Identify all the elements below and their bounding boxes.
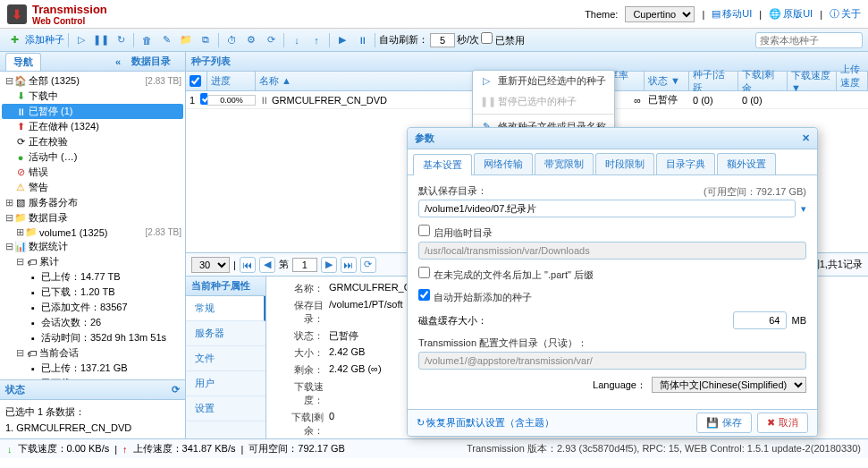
node-session[interactable]: ⊟🏷当前会话 xyxy=(2,345,183,361)
info-icon: ⓘ xyxy=(830,7,839,21)
rename-icon[interactable]: ✎ xyxy=(157,31,175,49)
cfg-dir-input xyxy=(418,352,806,370)
node-all[interactable]: ⊟🏠全部 (1325)[2.83 TB] xyxy=(2,73,183,89)
reload-icon[interactable]: ⟳ xyxy=(262,31,280,49)
theme-select[interactable]: Cupertino xyxy=(625,6,695,22)
lang-select[interactable]: 简体中文|Chinese(Simplified) xyxy=(652,377,806,393)
stat-dn-total: ▪已下载：1.20 TB xyxy=(2,285,183,300)
node-folders[interactable]: ⊟📁数据目录 xyxy=(2,210,183,225)
dtab-basic[interactable]: 基本设置 xyxy=(413,154,472,175)
detail-title: 当前种子属性 xyxy=(186,277,265,296)
det-state: 已暂停 xyxy=(329,329,358,343)
mobile-icon: ▤ xyxy=(712,8,721,20)
add-torrent-button[interactable]: ✚ xyxy=(5,31,23,49)
dtab-dict[interactable]: 目录字典 xyxy=(656,153,715,174)
node-paused[interactable]: ⏸已暂停 (1) xyxy=(2,104,183,119)
default-dir-input[interactable] xyxy=(418,200,796,217)
statusbar: ↓下载速度：0.00 KB/s | ↑上传速度：341.87 KB/s | 可用… xyxy=(0,438,868,458)
mobile-ui-link[interactable]: ▤移动UI xyxy=(712,7,752,21)
remove-icon[interactable]: 🗑 xyxy=(138,31,156,49)
speed-icon[interactable]: ⏱ xyxy=(223,31,240,49)
sb-free: 可用空间：792.17 GB xyxy=(249,442,345,455)
tab-general[interactable]: 常规 xyxy=(186,296,265,321)
page-reload[interactable]: ⟳ xyxy=(360,257,376,273)
recheck-icon[interactable]: ↻ xyxy=(112,31,130,49)
select-all-checkbox[interactable] xyxy=(190,75,201,87)
node-warning[interactable]: ⚠警告 xyxy=(2,180,183,195)
page-size-select[interactable]: 30 xyxy=(191,257,230,273)
node-checking[interactable]: ⟳正在校验 xyxy=(2,134,183,149)
dialog-close[interactable]: ✕ xyxy=(802,132,810,144)
save-button[interactable]: 💾 保存 xyxy=(696,413,752,433)
data-dir-tab[interactable]: 数据目录 xyxy=(124,53,178,70)
dtab-net[interactable]: 网络传输 xyxy=(474,153,533,174)
col-name[interactable]: 名称 ▲ xyxy=(256,72,479,90)
col-progress[interactable]: 进度 xyxy=(207,72,256,90)
auto-start-checkbox[interactable]: 自动开始新添加的种子 xyxy=(418,289,806,304)
node-stats[interactable]: ⊟📊数据统计 xyxy=(2,239,183,254)
page-input[interactable] xyxy=(292,258,317,272)
stat-files-total: ▪已添加文件：83567 xyxy=(2,300,183,315)
tab-files[interactable]: 文件 xyxy=(186,346,265,371)
row-checkbox[interactable] xyxy=(200,93,207,105)
cache-input[interactable] xyxy=(733,311,787,329)
sb-ul: 上传速度：341.87 KB/s xyxy=(133,442,236,455)
node-active[interactable]: ●活动中 (…) xyxy=(2,149,183,165)
add-torrent-label[interactable]: 添加种子 xyxy=(25,33,64,47)
app-subtitle: Web Control xyxy=(32,16,107,26)
node-seeding[interactable]: ⬆正在做种 (1324) xyxy=(2,119,183,134)
play-icon[interactable]: ▷ xyxy=(72,31,90,49)
ul-limit-icon[interactable]: ↑ xyxy=(308,31,325,49)
tab-users[interactable]: 用户 xyxy=(186,371,265,396)
stat-sessions: ▪会话次数：26 xyxy=(2,315,183,330)
orig-ui-link[interactable]: 🌐原版UI xyxy=(769,7,813,21)
dtab-extra[interactable]: 额外设置 xyxy=(717,153,776,174)
det-remain: 2.42 GB (∞) xyxy=(329,363,382,377)
col-dlrem[interactable]: 下载|剩余 xyxy=(738,72,788,90)
selection-count: 已选中 1 条数据： xyxy=(5,405,180,419)
pause-icon[interactable]: ❚❚ xyxy=(92,31,110,49)
search-input[interactable] xyxy=(755,32,863,48)
tab-server[interactable]: 服务器 xyxy=(186,321,265,346)
about-link[interactable]: ⓘ关于 xyxy=(830,7,861,21)
col-ulspeed[interactable]: 上传速度 ▼ xyxy=(837,72,868,90)
tab-settings-d[interactable]: 设置 xyxy=(186,396,265,421)
refresh-enabled[interactable]: 已禁用 xyxy=(481,32,525,47)
page-first[interactable]: ⏮ xyxy=(240,257,256,273)
settings-icon[interactable]: ⚙ xyxy=(242,31,260,49)
status-title: 状态 xyxy=(5,383,25,396)
use-temp-checkbox[interactable]: 启用临时目录 xyxy=(418,225,806,240)
theme-label: Theme: xyxy=(585,9,618,20)
pause-all-icon[interactable]: ⏸ xyxy=(353,31,371,49)
node-error[interactable]: ⊘错误 xyxy=(2,165,183,180)
refresh-interval-input[interactable] xyxy=(430,33,455,47)
node-volume1[interactable]: ⊞📁volume1 (1325)[2.83 TB] xyxy=(2,225,183,239)
node-total[interactable]: ⊟🏷累计 xyxy=(2,254,183,269)
dtab-time[interactable]: 时段限制 xyxy=(595,153,654,174)
download-speed-icon: ↓ xyxy=(7,444,13,455)
page-next[interactable]: ▶ xyxy=(321,257,337,273)
restore-defaults-link[interactable]: ↻ 恢复界面默认设置（含主题） xyxy=(417,416,554,430)
node-downloading[interactable]: ⬇下载中 xyxy=(2,89,183,104)
page-prev[interactable]: ◀ xyxy=(259,257,275,273)
page-last[interactable]: ⏭ xyxy=(341,257,357,273)
col-dlspeed[interactable]: 下载速度 ▼ xyxy=(788,72,837,90)
folder-icon[interactable]: 📁 xyxy=(177,31,195,49)
start-all-icon[interactable]: ▶ xyxy=(333,31,351,49)
toolbar: ✚ 添加种子 ▷ ❚❚ ↻ 🗑 ✎ 📁 ⧉ ⏱ ⚙ ⟳ ↓ ↑ ▶ ⏸ 自动刷新… xyxy=(0,29,868,52)
app-title: Transmission xyxy=(32,3,107,16)
cancel-button[interactable]: ✖ 取消 xyxy=(757,413,808,433)
col-seeds[interactable]: 种子|活跃 xyxy=(689,72,738,90)
dropdown-icon[interactable]: ▾ xyxy=(801,203,806,215)
app-logo: ⬇ Transmission Web Control xyxy=(7,3,107,26)
node-servers[interactable]: ⊞▧服务器分布 xyxy=(2,195,183,210)
part-suffix-checkbox[interactable]: 在未完成的文件名后加上 ".part" 后缀 xyxy=(418,267,806,282)
col-state[interactable]: 状态 ▼ xyxy=(645,72,689,90)
refresh-icon[interactable]: ⟳ xyxy=(172,384,180,396)
lang-label: Language： xyxy=(593,379,646,392)
copy-icon[interactable]: ⧉ xyxy=(197,31,215,49)
cell-seeds: 0 (0) xyxy=(689,95,738,106)
nav-tab[interactable]: 导航 xyxy=(5,53,41,71)
dtab-bw[interactable]: 带宽限制 xyxy=(535,153,594,174)
dl-limit-icon[interactable]: ↓ xyxy=(288,31,306,49)
